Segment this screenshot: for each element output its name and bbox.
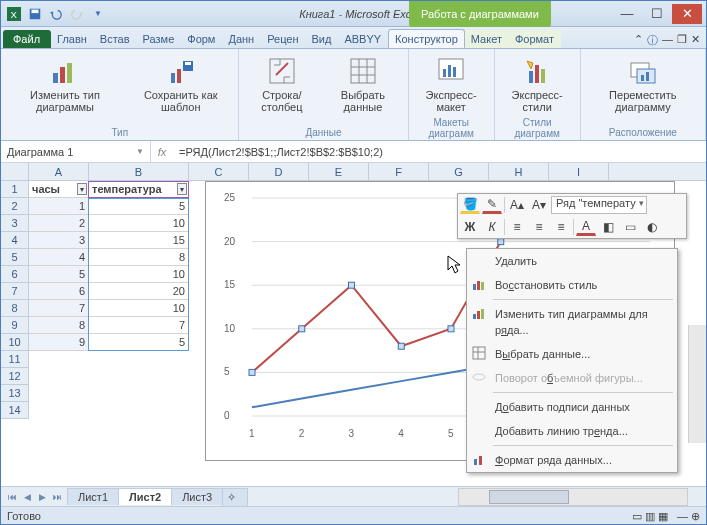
row-header[interactable]: 9: [1, 317, 29, 334]
col-header-g[interactable]: G: [429, 163, 489, 180]
express-layout-button[interactable]: Экспресс-макет: [415, 53, 488, 115]
cell[interactable]: 4: [29, 249, 89, 266]
tab-review[interactable]: Рецен: [261, 30, 305, 48]
vertical-scrollbar[interactable]: [688, 325, 706, 443]
switch-row-column-button[interactable]: Строка/столбец: [245, 53, 318, 115]
tab-chart-layout[interactable]: Макет: [465, 30, 509, 48]
row-header[interactable]: 11: [1, 351, 29, 368]
col-header-c[interactable]: C: [189, 163, 249, 180]
row-header[interactable]: 3: [1, 215, 29, 232]
filter-arrow-icon[interactable]: ▾: [77, 183, 87, 195]
move-chart-button[interactable]: Переместить диаграмму: [587, 53, 699, 115]
ctx-delete[interactable]: Удалить: [467, 249, 677, 273]
ctx-select-data[interactable]: Выбрать данные...: [467, 342, 677, 366]
cell[interactable]: 7: [29, 300, 89, 317]
workbook-min-icon[interactable]: —: [662, 33, 673, 48]
tab-home[interactable]: Главн: [51, 30, 94, 48]
col-header-i[interactable]: I: [549, 163, 609, 180]
tab-chart-design[interactable]: Конструктор: [388, 29, 465, 48]
formula-input[interactable]: =РЯД(Лист2!$B$1;;Лист2!$B$2:$B$10;2): [173, 146, 706, 158]
help-icon[interactable]: ⓘ: [647, 33, 658, 48]
col-header-e[interactable]: E: [309, 163, 369, 180]
cell[interactable]: 3: [29, 232, 89, 249]
cell[interactable]: 6: [29, 283, 89, 300]
name-box[interactable]: Диаграмма 1▼: [1, 141, 151, 162]
cell[interactable]: 10: [89, 215, 189, 232]
cell[interactable]: 5: [29, 266, 89, 283]
save-icon[interactable]: [26, 5, 44, 23]
ctx-add-data-labels[interactable]: Добавить подписи данных: [467, 395, 677, 419]
filter-arrow-icon[interactable]: ▾: [177, 183, 187, 195]
cell[interactable]: 10: [89, 266, 189, 283]
zoom-controls[interactable]: ▭ ▥ ▦ — ⊕: [632, 507, 700, 524]
redo-icon[interactable]: [68, 5, 86, 23]
sheet-nav-next-icon[interactable]: ▶: [35, 492, 49, 502]
align-right-icon[interactable]: ≡: [551, 218, 571, 236]
sheet-nav-last-icon[interactable]: ⏭: [50, 492, 64, 502]
minimize-button[interactable]: —: [612, 4, 642, 24]
change-chart-type-button[interactable]: Изменить тип диаграммы: [7, 53, 123, 115]
tab-formulas[interactable]: Форм: [181, 30, 222, 48]
undo-icon[interactable]: [47, 5, 65, 23]
cell[interactable]: 10: [89, 300, 189, 317]
row-header[interactable]: 6: [1, 266, 29, 283]
col-header-b[interactable]: B: [89, 163, 189, 180]
cell[interactable]: 2: [29, 215, 89, 232]
sheet-tab-3[interactable]: Лист3: [171, 488, 223, 505]
font-size-down-icon[interactable]: A▾: [529, 196, 549, 214]
maximize-button[interactable]: ☐: [642, 4, 672, 24]
workbook-close-icon[interactable]: ✕: [691, 33, 700, 48]
row-header[interactable]: 5: [1, 249, 29, 266]
tab-insert[interactable]: Встав: [94, 30, 137, 48]
row-header[interactable]: 1: [1, 181, 29, 198]
row-header[interactable]: 4: [1, 232, 29, 249]
tab-abbyy[interactable]: ABBYY: [338, 30, 388, 48]
cell[interactable]: 9: [29, 334, 89, 351]
express-styles-button[interactable]: Экспресс-стили: [501, 53, 574, 115]
cell[interactable]: 15: [89, 232, 189, 249]
ctx-change-chart-type[interactable]: Изменить тип диаграммы для ряда...: [467, 302, 677, 342]
shape-effects-icon[interactable]: ◐: [642, 218, 662, 236]
horizontal-scrollbar[interactable]: [458, 488, 688, 506]
sheet-tab-1[interactable]: Лист1: [67, 488, 119, 505]
shape-fill-icon[interactable]: ◧: [598, 218, 618, 236]
cell[interactable]: 5: [89, 198, 189, 215]
row-header[interactable]: 10: [1, 334, 29, 351]
new-sheet-button[interactable]: ✧: [222, 488, 248, 506]
row-header[interactable]: 12: [1, 368, 29, 385]
select-all-corner[interactable]: [1, 163, 29, 180]
cell[interactable]: 1: [29, 198, 89, 215]
align-center-icon[interactable]: ≡: [529, 218, 549, 236]
row-header[interactable]: 7: [1, 283, 29, 300]
cell[interactable]: 5: [89, 334, 189, 351]
ctx-format-series[interactable]: Формат ряда данных...: [467, 448, 677, 472]
qat-more-icon[interactable]: ▼: [89, 5, 107, 23]
workbook-restore-icon[interactable]: ❐: [677, 33, 687, 48]
outline-color-icon[interactable]: ✎: [482, 196, 502, 214]
tab-data[interactable]: Данн: [222, 30, 261, 48]
font-size-up-icon[interactable]: A▴: [507, 196, 527, 214]
ctx-reset-style[interactable]: Восстановить стиль: [467, 273, 677, 297]
font-color-icon[interactable]: A: [576, 218, 596, 236]
sheet-nav-prev-icon[interactable]: ◀: [20, 492, 34, 502]
col-header-a[interactable]: A: [29, 163, 89, 180]
ribbon-minimize-icon[interactable]: ⌃: [634, 33, 643, 48]
col-header-f[interactable]: F: [369, 163, 429, 180]
tab-file[interactable]: Файл: [3, 30, 51, 48]
select-data-button[interactable]: Выбрать данные: [324, 53, 401, 115]
save-template-button[interactable]: Сохранить как шаблон: [129, 53, 232, 115]
row-header[interactable]: 8: [1, 300, 29, 317]
bold-icon[interactable]: Ж: [460, 218, 480, 236]
fill-color-icon[interactable]: 🪣: [460, 196, 480, 214]
close-button[interactable]: ✕: [672, 4, 702, 24]
row-header[interactable]: 2: [1, 198, 29, 215]
sheet-nav-first-icon[interactable]: ⏮: [5, 492, 19, 502]
sheet-tab-2[interactable]: Лист2: [118, 488, 172, 505]
cell[interactable]: 8: [29, 317, 89, 334]
ctx-add-trendline[interactable]: Добавить линию тренда...: [467, 419, 677, 443]
col-header-h[interactable]: H: [489, 163, 549, 180]
fx-icon[interactable]: fx: [151, 146, 173, 158]
align-left-icon[interactable]: ≡: [507, 218, 527, 236]
series-selector-combo[interactable]: Ряд "температу: [551, 196, 647, 214]
row-header[interactable]: 13: [1, 385, 29, 402]
